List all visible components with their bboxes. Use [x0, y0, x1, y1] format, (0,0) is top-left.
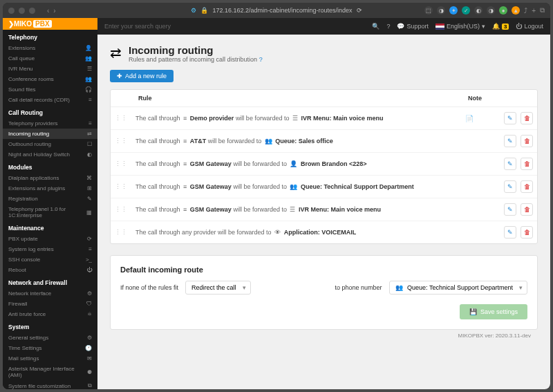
sidebar-item-icon: ✎	[87, 196, 92, 202]
sidebar-item-label: Extensions and plugins	[8, 185, 65, 192]
close-icon[interactable]	[8, 8, 15, 14]
ext-icon[interactable]: ▲	[512, 6, 520, 15]
help-icon[interactable]: ?	[386, 23, 390, 30]
maximize-icon[interactable]	[29, 8, 35, 14]
edit-button[interactable]: ✎	[504, 135, 516, 147]
rule-cell: The call through ≡ GSM Gateway will be f…	[131, 176, 461, 198]
url-area[interactable]: ⚙ 🔒 172.16.162.2/admin-cabinet/incoming-…	[191, 7, 362, 14]
page: ⇄ Incoming routing Rules and patterns of…	[97, 35, 550, 389]
forward-icon[interactable]: ›	[53, 7, 55, 15]
sidebar-item[interactable]: Outbound routing☐	[3, 139, 97, 149]
note-icon[interactable]: 📄	[465, 115, 474, 122]
ext-icon[interactable]: ●	[499, 6, 507, 15]
sidebar-item[interactable]: IVR Menu☰	[3, 64, 97, 74]
sidebar-item-icon: ⌘	[86, 175, 92, 181]
edit-button[interactable]: ✎	[504, 203, 516, 216]
sidebar-item[interactable]: Registration✎	[3, 194, 97, 204]
ext-icon[interactable]: ✓	[462, 6, 470, 15]
edit-button[interactable]: ✎	[504, 180, 516, 193]
drag-handle[interactable]: ⋮⋮	[111, 221, 131, 244]
support-link[interactable]: 💬 Support	[397, 23, 429, 30]
ext-icon[interactable]: ◑	[487, 6, 495, 15]
plus-icon[interactable]: +	[532, 7, 536, 15]
help-icon[interactable]: ?	[259, 56, 263, 63]
edit-button[interactable]: ✎	[504, 226, 516, 239]
actions-cell: ✎🗑	[496, 130, 537, 153]
edit-button[interactable]: ✎	[504, 158, 516, 170]
notifications[interactable]: 🔔 3	[492, 23, 509, 30]
sidebar-item-icon: ▦	[86, 209, 92, 216]
sidebar-item-icon: ☐	[87, 141, 92, 147]
note-cell	[461, 176, 496, 198]
sidebar-item[interactable]: SSH console>_	[3, 254, 97, 265]
ext-icon[interactable]: ⬚	[424, 6, 433, 15]
sidebar-item[interactable]: Call queue👥	[3, 53, 97, 64]
sidebar-item-icon: ≡	[88, 97, 92, 103]
delete-button[interactable]: 🗑	[521, 135, 533, 147]
action-dropdown[interactable]: Redirect the call	[185, 281, 251, 295]
sidebar-item[interactable]: PBX update⟳	[3, 234, 97, 244]
traffic-lights[interactable]	[8, 8, 35, 14]
sidebar-item[interactable]: Extensions👤	[3, 43, 97, 53]
delete-button[interactable]: 🗑	[521, 112, 533, 124]
add-rule-label: Add a new rule	[125, 73, 167, 80]
sidebar-item[interactable]: General settings⚙	[3, 333, 97, 343]
browser-nav[interactable]: ‹ ›	[47, 7, 56, 15]
sidebar-item[interactable]: System file customization⧉	[3, 380, 97, 389]
delete-button[interactable]: 🗑	[521, 203, 533, 216]
drag-handle[interactable]: ⋮⋮	[111, 153, 131, 176]
drag-handle[interactable]: ⋮⋮	[111, 198, 131, 221]
sidebar-item[interactable]: Extensions and plugins⊞	[3, 183, 97, 194]
sidebar-item[interactable]: Dialplan applications⌘	[3, 173, 97, 183]
col-rule: Rule	[131, 90, 461, 107]
save-settings-button[interactable]: 💾 Save settings	[460, 304, 527, 319]
note-cell	[461, 221, 496, 244]
sidebar-item-label: Incoming routing	[8, 131, 49, 137]
sidebar-item[interactable]: Call detail records (CDR)≡	[3, 95, 97, 105]
search-icon[interactable]: 🔍	[372, 23, 379, 30]
back-icon[interactable]: ‹	[47, 7, 49, 15]
drag-handle[interactable]: ⋮⋮	[111, 107, 131, 130]
ext-icon[interactable]: ◑	[437, 6, 445, 15]
sidebar-item[interactable]: Conference rooms👥	[3, 74, 97, 84]
table-row: ⋮⋮The call through ≡ Demo provider will …	[111, 107, 537, 130]
sidebar-item[interactable]: Telephony providers≡	[3, 118, 97, 129]
sidebar-item[interactable]: Asterisk Manager Interface (AMI)⚈	[3, 364, 97, 380]
delete-button[interactable]: 🗑	[521, 226, 533, 239]
sidebar-item[interactable]: Incoming routing⇄	[3, 129, 97, 139]
logo[interactable]: ❯ MIKOPBX	[3, 18, 97, 30]
sidebar-item[interactable]: Sound files🎧	[3, 84, 97, 95]
tabs-icon[interactable]: ⧉	[540, 6, 545, 15]
table-row: ⋮⋮The call through ≡ GSM Gateway will be…	[111, 153, 537, 176]
sidebar-item[interactable]: Mail settings✉	[3, 353, 97, 364]
ext-icon[interactable]: ✦	[449, 6, 458, 15]
sidebar-item[interactable]: Telephony panel 1.0 for 1C:Enterprise▦	[3, 204, 97, 221]
drag-handle[interactable]: ⋮⋮	[111, 130, 131, 153]
logout-button[interactable]: ⏻ Logout	[516, 23, 543, 30]
reload-icon[interactable]: ⟳	[357, 7, 362, 14]
sidebar-item[interactable]: Firewall🛡	[3, 299, 97, 309]
add-rule-button[interactable]: ✚ Add a new rule	[110, 70, 174, 82]
sidebar-item[interactable]: Night and Holiday Switch◐	[3, 149, 97, 160]
sidebar-item[interactable]: Time Settings🕐	[3, 343, 97, 353]
share-icon[interactable]: ⤴	[524, 7, 527, 15]
language-selector[interactable]: English(US) ▾	[435, 23, 485, 30]
sidebar-item[interactable]: Anti brute force⚛	[3, 309, 97, 319]
delete-button[interactable]: 🗑	[521, 180, 533, 193]
edit-button[interactable]: ✎	[504, 112, 516, 124]
phone-dropdown[interactable]: 👥 Queue: Technical Support Department	[389, 281, 527, 295]
action-value: Redirect the call	[191, 284, 236, 291]
sidebar-item[interactable]: Network interface⚙	[3, 288, 97, 299]
sidebar-item-label: Anti brute force	[8, 311, 46, 317]
sidebar-item[interactable]: Reboot⏻	[3, 265, 97, 275]
note-cell: 📄	[461, 107, 496, 130]
col-note: Note	[461, 90, 496, 107]
minimize-icon[interactable]	[19, 8, 25, 14]
search-input[interactable]: Enter your search query	[104, 23, 365, 30]
drag-handle[interactable]: ⋮⋮	[111, 176, 131, 198]
sidebar-item-icon: ⊞	[87, 185, 92, 192]
ext-icon[interactable]: ◐	[474, 6, 482, 15]
page-title: Incoming routing	[129, 44, 263, 56]
delete-button[interactable]: 🗑	[521, 158, 533, 170]
sidebar-item[interactable]: System log entries≡	[3, 244, 97, 254]
